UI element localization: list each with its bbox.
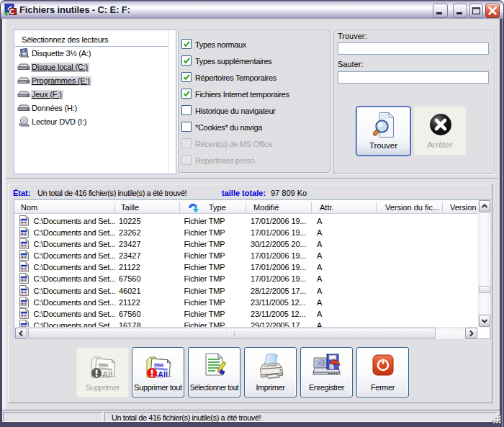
svg-text:All: All (102, 370, 112, 379)
svg-text:All: All (158, 370, 168, 379)
svg-text:H: H (22, 49, 25, 53)
